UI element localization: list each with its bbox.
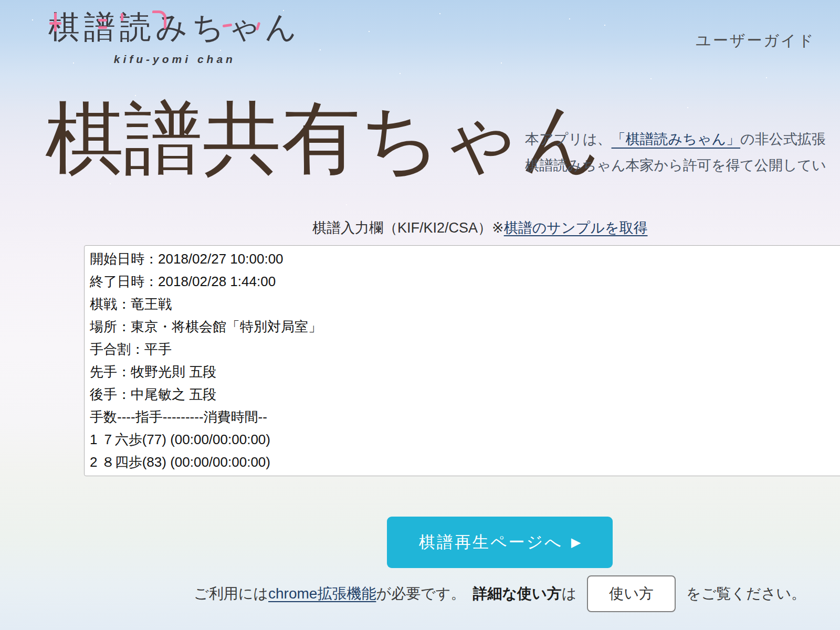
intro-line1-before: 本アプリは、 [525,131,612,147]
user-guide-link[interactable]: ユーザーガイド [696,30,815,51]
kifu-label-text: 棋譜入力欄（KIF/KI2/CSA） [312,220,492,236]
footer-note: ご利用にはchrome拡張機能が必要です。詳細な使い方は使い方をご覧ください。 [0,575,840,612]
logo-tagline: kifu-yomi chan [48,53,301,66]
intro-text: 本アプリは、「棋譜読みちゃん」の非公式拡張 棋譜読みちゃん本家から許可を得て公開… [525,126,826,178]
kifu-sample-link[interactable]: 棋譜のサンプルを取得 [504,220,648,236]
logo-text: 棋譜読みちゃん [48,6,301,49]
app-logo[interactable]: 棋譜読みちゃん kifu-yomi chan [48,6,301,66]
page-background: 棋譜読みちゃん kifu-yomi chan ユーザーガイド 棋譜共有ちゃん 本… [0,0,840,630]
page-title: 棋譜共有ちゃん [45,98,602,181]
kifu-yomi-chan-link[interactable]: 「棋譜読みちゃん」 [612,131,741,147]
intro-line-1: 本アプリは、「棋譜読みちゃん」の非公式拡張 [525,126,826,152]
play-triangle-icon: ▶ [571,535,581,550]
intro-line1-after: の非公式拡張 [740,131,826,147]
footer-text-2: が必要です。 [376,584,465,604]
play-button-label: 棋譜再生ページへ [419,531,563,553]
footer-text-3: は [562,584,577,604]
howto-button[interactable]: 使い方 [587,575,676,612]
play-kifu-button[interactable]: 棋譜再生ページへ ▶ [387,517,613,568]
chrome-extension-link[interactable]: chrome拡張機能 [268,584,376,604]
footer-bold-text: 詳細な使い方 [472,584,561,604]
footer-text-4: をご覧ください。 [686,584,806,604]
footer-text-1: ご利用には [194,584,268,604]
kifu-input-textarea[interactable]: 開始日時：2018/02/27 10:00:00 終了日時：2018/02/28… [84,245,840,476]
kifu-input-label: 棋譜入力欄（KIF/KI2/CSA）※棋譜のサンプルを取得 [312,218,647,237]
note-mark: ※ [492,220,504,236]
intro-line-2: 棋譜読みちゃん本家から許可を得て公開してい [525,152,826,178]
